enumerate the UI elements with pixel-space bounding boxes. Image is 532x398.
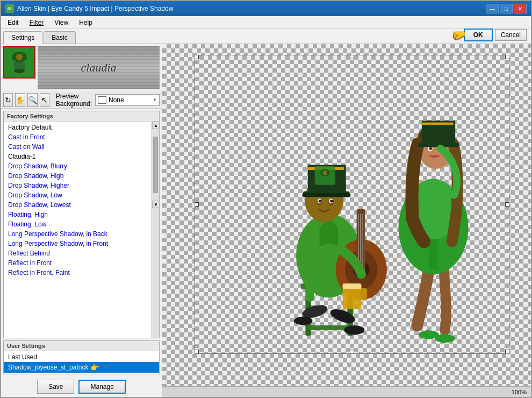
pan-tool-button[interactable]: ✋ [15, 93, 25, 107]
list-item[interactable]: Drop Shadow, High [4, 171, 159, 181]
claudia-preview: claudia [38, 46, 160, 89]
list-item[interactable]: Drop Shadow, Blurry [4, 161, 159, 171]
chevron-down-icon: ▼ [153, 97, 157, 102]
svg-rect-51 [426, 330, 429, 339]
select-tool-button[interactable]: ↖ [40, 93, 49, 107]
manage-button[interactable]: Manage [78, 380, 125, 394]
list-item[interactable]: Drop Shadow, Higher [4, 181, 159, 190]
title-bar: 👁 Alien Skin | Eye Candy 5 Impact | Pers… [1, 1, 531, 16]
ok-cancel-area: 🤜 OK Cancel [452, 29, 527, 41]
close-button[interactable]: ✕ [514, 4, 527, 13]
preview-thumbnail [3, 46, 35, 79]
svg-point-2 [16, 54, 23, 60]
app-icon: 👁 [5, 4, 14, 13]
svg-rect-53 [442, 334, 445, 343]
menu-help[interactable]: Help [75, 18, 97, 27]
user-settings-section: User Settings Last Used Shadow_joyeuse_s… [3, 340, 160, 374]
svg-point-30 [330, 200, 333, 202]
cancel-button[interactable]: Cancel [495, 29, 527, 41]
list-item[interactable]: Reflect Behind [4, 248, 159, 258]
list-item[interactable]: Reflect in Front, Faint [4, 268, 159, 278]
list-item[interactable]: Claudia-1 [4, 152, 159, 161]
selected-setting-label: Shadow_joyeuse_st_patrick [8, 364, 88, 371]
list-item[interactable]: Cast on Wall [4, 142, 159, 152]
resize-handle-bl[interactable] [195, 350, 199, 353]
thumbnail-row: claudia [1, 44, 162, 91]
list-item[interactable]: Floating, Low [4, 219, 159, 229]
factory-list-scrollbar[interactable]: ▲ ▼ [152, 122, 159, 338]
tabs-bar: Settings Basic 🤜 OK Cancel [1, 29, 531, 44]
svg-rect-8 [308, 325, 350, 330]
list-item[interactable]: Long Perspective Shadow, in Back [4, 229, 159, 239]
status-bar: 100% [162, 386, 531, 397]
preview-image-container [195, 55, 509, 354]
main-content: claudia ↻ ✋ 🔍 ↖ Preview Background: None… [1, 44, 531, 397]
scroll-up-arrow[interactable]: ▲ [152, 122, 159, 129]
ok-wrapper: 🤜 OK [452, 29, 493, 41]
preview-bg-select[interactable]: None ▼ [95, 94, 160, 106]
hand-point-icon: 👉 [90, 363, 99, 372]
menu-filter[interactable]: Filter [25, 18, 48, 27]
tab-basic[interactable]: Basic [44, 31, 75, 44]
window-title: Alien Skin | Eye Candy 5 Impact | Perspe… [17, 5, 173, 12]
menu-edit[interactable]: Edit [3, 18, 23, 27]
zoom-level: 100% [512, 389, 527, 395]
svg-point-11 [294, 317, 313, 325]
list-item[interactable]: Floating, High [4, 210, 159, 219]
last-used-item[interactable]: Last Used [4, 352, 159, 362]
ok-button[interactable]: OK [464, 29, 493, 41]
list-item[interactable]: Factory Default [4, 123, 159, 132]
settings-list-wrapper: Factory Default Cast in Front Cast on Wa… [4, 122, 159, 338]
user-settings-header: User Settings [4, 341, 159, 351]
resize-handle-bm[interactable] [350, 350, 354, 353]
scroll-down-arrow[interactable]: ▼ [152, 201, 159, 208]
list-item[interactable]: Drop Shadow, Low [4, 190, 159, 200]
preview-area [162, 44, 531, 386]
selected-setting-item[interactable]: Shadow_joyeuse_st_patrick 👉 [4, 362, 159, 373]
save-button[interactable]: Save [37, 380, 74, 394]
factory-settings-header: Factory Settings [4, 111, 159, 122]
resize-handle-lm[interactable] [195, 202, 199, 207]
scene-svg [195, 55, 509, 353]
title-bar-left: 👁 Alien Skin | Eye Candy 5 Impact | Pers… [5, 4, 173, 13]
bottom-buttons: Save Manage [1, 376, 162, 397]
list-item[interactable]: Reflect in Front [4, 258, 159, 268]
title-controls: — □ ✕ [486, 4, 527, 13]
resize-handle-br[interactable] [505, 350, 509, 353]
svg-point-29 [319, 200, 321, 202]
resize-handle-tl[interactable] [195, 55, 199, 59]
toolbar-row: ↻ ✋ 🔍 ↖ Preview Background: None ▼ [1, 91, 162, 109]
maximize-button[interactable]: □ [500, 4, 513, 13]
svg-point-4 [14, 69, 25, 73]
main-window: 👁 Alien Skin | Eye Candy 5 Impact | Pers… [0, 0, 532, 398]
svg-rect-38 [343, 283, 362, 289]
zoom-tool-button[interactable]: 🔍 [27, 93, 38, 107]
menu-view[interactable]: View [50, 18, 73, 27]
resize-handle-tr[interactable] [505, 55, 509, 59]
preview-bg-value: None [109, 96, 124, 104]
svg-rect-49 [421, 123, 454, 125]
user-settings-list: Last Used Shadow_joyeuse_st_patrick 👉 [4, 351, 159, 374]
resize-handle-tm[interactable] [350, 55, 354, 59]
left-panel: claudia ↻ ✋ 🔍 ↖ Preview Background: None… [1, 44, 162, 397]
checkerboard-bg [195, 55, 509, 353]
menu-bar: Edit Filter View Help [1, 16, 531, 29]
list-item[interactable]: Drop Shadow, Lowest [4, 200, 159, 210]
svg-rect-34 [302, 193, 350, 197]
svg-point-12 [344, 325, 364, 335]
factory-settings-list: Factory Default Cast in Front Cast on Wa… [4, 122, 159, 338]
minimize-button[interactable]: — [486, 4, 499, 13]
scroll-thumb[interactable] [153, 137, 158, 193]
svg-point-45 [429, 147, 432, 150]
rotate-tool-button[interactable]: ↻ [3, 93, 13, 107]
tab-settings[interactable]: Settings [3, 31, 42, 44]
factory-settings-section: Factory Settings Factory Default Cast in… [3, 111, 160, 338]
resize-handle-rm[interactable] [505, 202, 509, 207]
svg-point-56 [322, 170, 327, 175]
svg-rect-37 [361, 288, 367, 300]
list-item[interactable]: Cast in Front [4, 132, 159, 142]
list-item[interactable]: Long Perspective Shadow, in Front [4, 239, 159, 248]
preview-bg-label: Preview Background: [56, 93, 93, 108]
right-panel: 100% [162, 44, 531, 397]
hand-ok-icon: 🤜 [452, 29, 466, 41]
